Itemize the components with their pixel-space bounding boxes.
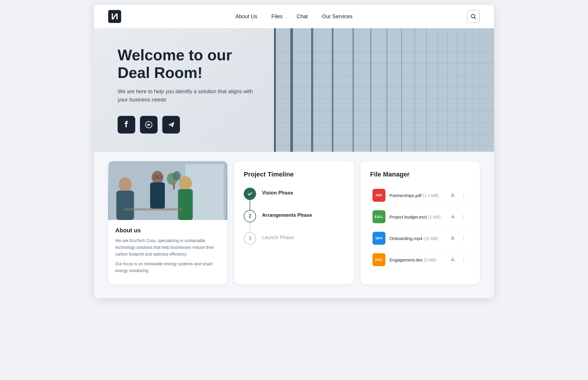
svg-point-42 (119, 177, 132, 192)
about-card: About us We are EcoTech Corp, specializi… (108, 161, 227, 284)
nav-about-us[interactable]: About Us (235, 14, 257, 19)
file-name-4: Engagement.doc (9 MB) (390, 257, 437, 262)
file-size-1: (1.3 MB) (423, 193, 439, 198)
file-left-1: PDF Partnerships.pdf (1.3 MB) (372, 189, 439, 202)
about-card-text-1: We are EcoTech Corp, specializing in sus… (115, 237, 220, 258)
telegram-icon (167, 121, 175, 129)
file-badge-excl: EXCL (372, 210, 385, 223)
timeline-title: Project Timeline (244, 171, 344, 178)
hero-background (274, 28, 494, 152)
file-size-2: (2 MB) (428, 215, 440, 219)
file-badge-doc: DOC (372, 253, 385, 266)
page-wrapper: About Us Files Chat Our Services (94, 5, 494, 298)
timeline-info-2: Arrangements Phase (262, 210, 312, 232)
timeline-label-2: Arrangements Phase (262, 212, 312, 218)
svg-point-44 (152, 171, 163, 184)
svg-rect-1 (274, 28, 494, 152)
nav-files[interactable]: Files (271, 14, 283, 19)
file-name-2: Project budget.excl (2 MB) (390, 214, 441, 219)
social-icons (118, 116, 253, 134)
svg-rect-45 (150, 182, 165, 209)
file-list: PDF Partnerships.pdf (1.3 MB) (370, 185, 470, 270)
timeline-node-3: 3 (244, 232, 256, 245)
svg-rect-41 (173, 183, 175, 189)
file-name-3: Onboarding.mp4 (19 MB) (390, 236, 438, 241)
about-card-text-2: Our focus is on renewable energy systems… (115, 261, 220, 274)
file-download-1[interactable] (449, 191, 457, 200)
timeline-label-3: Launch Phase (262, 235, 294, 240)
timeline-label-1: Vision Phase (262, 190, 293, 196)
file-item-1: PDF Partnerships.pdf (1.3 MB) (370, 185, 470, 206)
timeline-info-1: Vision Phase (262, 188, 293, 210)
file-badge-pdf: PDF (372, 189, 385, 202)
file-left-2: EXCL Project budget.excl (2 MB) (372, 210, 441, 223)
check-icon (247, 191, 253, 196)
hero-title: Welcome to our Deal Room! (118, 46, 253, 82)
whatsapp-icon (145, 121, 153, 129)
navbar: About Us Files Chat Our Services (94, 5, 494, 28)
svg-rect-50 (178, 189, 193, 220)
file-size-3: (19 MB) (424, 236, 438, 241)
svg-rect-43 (116, 191, 134, 220)
file-actions-3: ⋮ (449, 234, 468, 243)
file-actions-4: ⋮ (449, 255, 468, 264)
whatsapp-button[interactable] (140, 116, 158, 134)
nav-links: About Us Files Chat Our Services (235, 14, 353, 20)
file-menu-1[interactable]: ⋮ (459, 191, 468, 200)
main-content: About us We are EcoTech Corp, specializi… (94, 152, 494, 298)
about-card-title: About us (115, 227, 220, 234)
about-image (108, 161, 227, 220)
about-image-bg (108, 161, 227, 220)
file-badge-mp4: MP4 (372, 232, 385, 245)
facebook-button[interactable] (118, 116, 135, 134)
timeline-list: Vision Phase 2 Arrangements Phase 3 Laun… (244, 188, 344, 245)
file-download-2[interactable] (449, 213, 457, 221)
hero-section: Welcome to our Deal Room! We are here to… (94, 28, 494, 152)
svg-rect-51 (124, 208, 183, 211)
file-name-1: Partnerships.pdf (1.3 MB) (390, 193, 439, 198)
file-menu-2[interactable]: ⋮ (459, 212, 468, 221)
file-manager-card: File Manager PDF Partnerships.pdf (1.3 M… (361, 161, 480, 284)
facebook-icon (123, 121, 130, 129)
nav-chat[interactable]: Chat (297, 14, 308, 19)
file-menu-4[interactable]: ⋮ (459, 255, 468, 264)
timeline-card: Project Timeline Vision Phase (234, 161, 353, 284)
download-icon-2 (450, 214, 455, 219)
file-manager-title: File Manager (370, 171, 470, 178)
telegram-button[interactable] (162, 116, 180, 134)
file-item-2: EXCL Project budget.excl (2 MB) (370, 207, 470, 227)
search-button[interactable] (467, 10, 480, 23)
file-download-4[interactable] (449, 256, 457, 264)
file-menu-3[interactable]: ⋮ (459, 234, 468, 243)
timeline-node-2: 2 (244, 210, 256, 222)
download-icon-4 (450, 257, 455, 261)
svg-point-40 (173, 171, 181, 181)
search-icon (470, 14, 476, 19)
hero-grid (274, 28, 494, 152)
download-icon (450, 192, 455, 197)
timeline-item-2: 2 Arrangements Phase (244, 210, 344, 232)
nav-our-services[interactable]: Our Services (322, 14, 353, 19)
file-actions-1: ⋮ (449, 191, 468, 200)
about-card-body: About us We are EcoTech Corp, specializi… (108, 220, 227, 284)
hero-content: Welcome to our Deal Room! We are here to… (94, 46, 276, 133)
file-size-4: (9 MB) (424, 258, 436, 262)
file-left-3: MP4 Onboarding.mp4 (19 MB) (372, 232, 438, 245)
timeline-node-1 (244, 188, 256, 200)
hero-subtitle: We are here to help you identify a solut… (118, 88, 253, 104)
file-download-3[interactable] (449, 234, 457, 243)
logo-icon (108, 10, 121, 23)
file-actions-2: ⋮ (449, 212, 468, 221)
logo[interactable] (108, 10, 121, 23)
timeline-info-3: Launch Phase (262, 232, 294, 241)
file-left-4: DOC Engagement.doc (9 MB) (372, 253, 437, 266)
file-item-4: DOC Engagement.doc (9 MB) (370, 250, 470, 270)
timeline-item-1: Vision Phase (244, 188, 344, 210)
svg-point-49 (179, 176, 192, 190)
timeline-item-3: 3 Launch Phase (244, 232, 344, 245)
download-icon-3 (450, 235, 455, 240)
file-item-3: MP4 Onboarding.mp4 (19 MB) (370, 228, 470, 249)
